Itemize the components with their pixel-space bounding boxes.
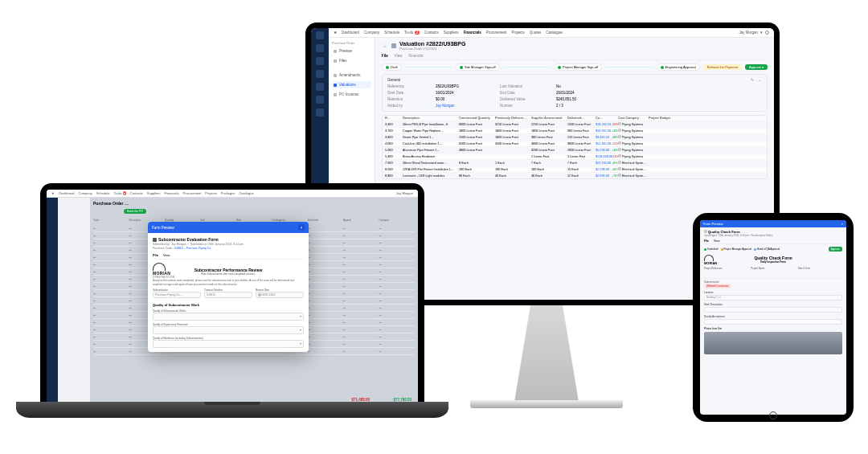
nav-schedule[interactable]: Schedule [384, 31, 399, 35]
col-header[interactable]: Cost Category [618, 117, 649, 120]
select-input[interactable]: ▾ [153, 313, 304, 321]
nav-link[interactable]: Procurement [182, 191, 201, 195]
photo-thumbnail[interactable] [704, 332, 842, 354]
col-header[interactable]: Co… [596, 117, 612, 120]
rail-icon[interactable] [316, 70, 324, 78]
nav-todo[interactable]: To-do 3 [404, 31, 420, 35]
qa-field[interactable] [704, 319, 842, 325]
tablet-steps: Submitted Project Manager Approval Head … [704, 247, 842, 252]
tab-financial[interactable]: Financial [408, 54, 423, 58]
col-header[interactable]: Description [403, 117, 459, 120]
field-value: No [556, 84, 620, 88]
nav-procurement[interactable]: Procurement [486, 31, 507, 35]
step-draft[interactable]: Draft [382, 63, 402, 71]
nav-link[interactable]: Schedule [96, 191, 110, 195]
col-header[interactable]: Delivered… [567, 117, 596, 120]
category-icon [618, 135, 621, 138]
table-row[interactable]: 5.400Brass Access Hardware 2 Linear Foot… [383, 153, 767, 159]
tab-file[interactable]: File [704, 239, 709, 243]
back-button[interactable]: ‹ [382, 43, 388, 49]
modal-tab-file[interactable]: File [153, 253, 158, 257]
nav-financials[interactable]: Financials [464, 31, 481, 35]
sidebar-files[interactable]: Files [332, 57, 371, 64]
col-header[interactable]: Supplier Assessment [531, 117, 567, 120]
select-input[interactable]: ▾ [153, 340, 304, 348]
panel-title: General [387, 78, 400, 82]
nav-catalogue[interactable]: Catalogue [546, 31, 563, 35]
table-row[interactable]: 3.700Copper Water Pipe Replace…1800 Line… [383, 127, 767, 133]
rail-icon[interactable] [316, 108, 324, 117]
table-row[interactable]: 3.40050mm PEX-B Pipe Installation - 6600… [383, 121, 767, 127]
nav-link[interactable]: Company [79, 191, 92, 195]
nav-link[interactable]: To-do ● [113, 191, 126, 195]
star-icon[interactable]: ★ [334, 31, 337, 35]
col-header[interactable]: Project Budget [649, 117, 679, 120]
sidebar-amendments[interactable]: Amendments [332, 72, 371, 79]
po-link[interactable]: V-8015 – Precision Piping Co. [174, 247, 212, 250]
approve-button[interactable]: Approve [829, 247, 842, 252]
home-button[interactable] [769, 411, 777, 419]
tab-view[interactable]: View [395, 54, 403, 58]
close-icon[interactable]: × [298, 224, 305, 231]
approve-button[interactable]: Approve ▾ [745, 64, 768, 70]
form-subtitle: Rate Subcontractor after each completed … [153, 272, 304, 276]
laptop-screen: ★ Dashboard Company Schedule To-do ● Con… [47, 190, 418, 410]
select-input[interactable]: ▾ [153, 326, 304, 334]
nav-dashboard[interactable]: Dashboard [342, 31, 359, 35]
nav-link[interactable]: Packages [221, 191, 235, 195]
subcontractor-pill[interactable]: Whitfield Contractors [704, 284, 731, 288]
rail-icon[interactable] [316, 44, 324, 52]
tab-view[interactable]: View [714, 239, 720, 243]
nav-quotes[interactable]: Quotes [530, 31, 542, 35]
rail-icon[interactable] [316, 83, 324, 91]
user-name[interactable]: Jay Morgan [396, 191, 413, 195]
text-input[interactable]: V-8015 [204, 292, 252, 298]
work-desc-field[interactable] [704, 307, 842, 313]
modal-tab-view[interactable]: View [163, 253, 170, 257]
bell-icon[interactable] [765, 31, 769, 35]
nav-link[interactable]: Dashboard [59, 191, 75, 195]
nav-link[interactable]: Suppliers [147, 191, 161, 195]
text-input[interactable]: Precision Piping Co… [153, 292, 201, 298]
table-row[interactable]: 4.000Cast-Iron 3&5 installation 1…6500 L… [383, 140, 767, 146]
step-engineering[interactable]: Engineering Approval [657, 63, 700, 71]
location-field[interactable]: Building C | 4 [704, 295, 842, 301]
sidebar-preview[interactable]: Preview [332, 47, 371, 55]
table-row[interactable]: 5.000Aluminum Pipe Fitment 1…4800 Linear… [383, 146, 767, 153]
user-menu[interactable]: Jay Morgan ▾ [739, 31, 769, 35]
nav-company[interactable]: Company [364, 31, 379, 35]
tab-file[interactable]: File [382, 54, 388, 58]
col-header[interactable]: Previously Delivere… [495, 117, 531, 120]
nav-link[interactable]: Projects [205, 191, 216, 195]
send-po-button[interactable]: Send the PO [124, 209, 146, 214]
category-icon [618, 174, 621, 177]
star-icon[interactable]: ★ [51, 191, 55, 195]
nav-link[interactable]: Financials [164, 191, 178, 195]
collapse-icon[interactable]: ⌄ [758, 78, 762, 82]
nav-projects[interactable]: Projects [511, 31, 524, 35]
nav-contacts[interactable]: Contacts [424, 31, 439, 35]
table-row[interactable]: 8.50012KA LED Flat Fixture Installation … [383, 166, 767, 172]
nav-suppliers[interactable]: Suppliers [444, 31, 459, 35]
step-site-manager[interactable]: Site Manager Sign-off [456, 63, 500, 71]
sidebar-po-invoices[interactable]: PO Invoices [332, 91, 371, 98]
nav-link[interactable]: Contacts [130, 191, 143, 195]
workflow-steps: Draft Site Manager Sign-off Project Mana… [382, 63, 768, 71]
qa-label: Quality Acceptance [704, 315, 842, 318]
table-row[interactable]: 3.800Sewer Pipe Vented 1…1500 Linear Foo… [383, 133, 767, 140]
rail-icon[interactable] [316, 96, 324, 104]
text-input[interactable]: ▦ 10/01/2024 [256, 292, 304, 298]
table-row[interactable]: 7.90050mm Gland Galvanised mate…8 Each1 … [383, 159, 767, 166]
edit-icon[interactable]: ✎ [751, 78, 755, 82]
col-header[interactable]: R… [385, 117, 403, 120]
field-value: 26/01/2024 [556, 91, 620, 95]
step-project-manager[interactable]: Project Manager Sign-off [554, 63, 602, 71]
top-nav: ★ Dashboard Company Schedule To-do 3 Con… [329, 28, 774, 38]
sidebar-valuations[interactable]: Valuations [332, 81, 371, 88]
table-row[interactable]: 8.800Luminaire - LED Light modules80 Eac… [383, 172, 767, 178]
nav-link[interactable]: Catalogue [239, 191, 253, 195]
col-header[interactable]: Constructed Quantity [459, 117, 495, 120]
close-icon[interactable]: × [841, 222, 843, 226]
rail-icon[interactable] [316, 57, 324, 65]
release-payment-button[interactable]: Release the Payment [703, 64, 742, 70]
